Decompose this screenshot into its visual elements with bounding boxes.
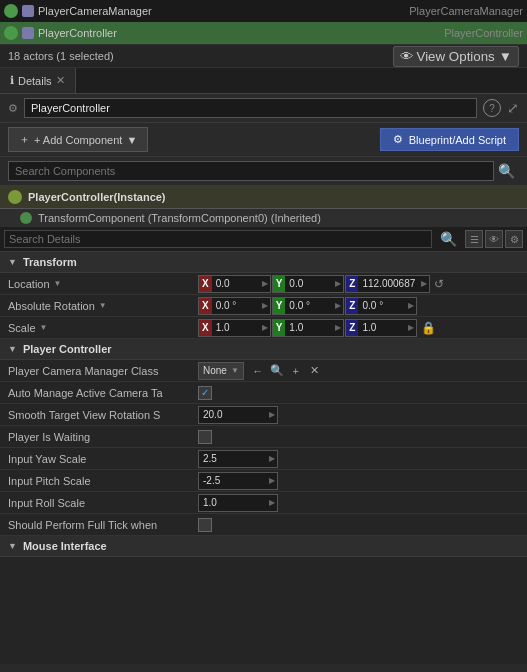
smooth-rotation-input[interactable]: 20.0 ▶ [198, 406, 278, 424]
eye-toggle-button[interactable]: 👁 [485, 230, 503, 248]
camera-manager-icon-buttons: ← 🔍 + ✕ [250, 363, 323, 379]
should-perform-full-tick-checkbox[interactable] [198, 518, 212, 532]
add-class-icon[interactable]: + [288, 363, 304, 379]
should-perform-full-tick-label: Should Perform Full Tick when [8, 519, 198, 531]
details-tab-bar: ℹ Details ✕ [0, 68, 527, 94]
search-components-icon[interactable]: 🔍 [494, 163, 519, 179]
plus-icon: ＋ [19, 132, 30, 147]
actor-row-selected[interactable]: PlayerController PlayerController [0, 22, 527, 44]
rotation-xyz: X 0.0 ° ▶ Y 0.0 ° ▶ Z 0.0 ° ▶ [198, 297, 417, 315]
camera-manager-dropdown[interactable]: None ▼ [198, 362, 244, 380]
scale-lock-icon[interactable]: 🔒 [421, 321, 436, 335]
player-controller-collapse-icon: ▼ [8, 344, 17, 354]
search-details-icon[interactable]: 🔍 [436, 231, 461, 247]
details-search-row: 🔍 ☰ 👁 ⚙ [0, 227, 527, 252]
actor-sub-icon-2 [22, 27, 34, 39]
input-yaw-scale-input[interactable]: 2.5 ▶ [198, 450, 278, 468]
clear-class-icon[interactable]: ✕ [307, 363, 323, 379]
input-roll-scale-input[interactable]: 1.0 ▶ [198, 494, 278, 512]
scale-z-val: 1.0 [358, 322, 406, 333]
back-arrow-icon[interactable]: ← [250, 363, 266, 379]
auto-manage-camera-value [198, 386, 527, 400]
expand-icon[interactable]: ⤢ [507, 100, 519, 116]
component-header[interactable]: PlayerController(Instance) [0, 186, 527, 209]
x-label: X [199, 276, 212, 292]
mouse-interface-section-title: Mouse Interface [23, 540, 107, 552]
transform-section-header[interactable]: ▼ Transform [0, 252, 527, 273]
should-perform-full-tick-value [198, 518, 527, 532]
rotation-y-input[interactable]: Y 0.0 ° ▶ [272, 297, 345, 315]
info-icon: ℹ [10, 74, 14, 87]
rotation-z-input[interactable]: Z 0.0 ° ▶ [345, 297, 417, 315]
search-class-icon[interactable]: 🔍 [269, 363, 285, 379]
search-components-row: 🔍 [0, 157, 527, 186]
rx-label: X [199, 298, 212, 314]
camera-manager-dropdown-val: None [203, 365, 227, 376]
absolute-rotation-row: Absolute Rotation ▼ X 0.0 ° ▶ Y 0.0 ° ▶ … [0, 295, 527, 317]
scale-label: Scale ▼ [8, 322, 198, 334]
help-icon[interactable]: ? [483, 99, 501, 117]
location-value: X 0.0 ▶ Y 0.0 ▶ Z 112.000687 ▶ ↺ [198, 275, 527, 293]
smooth-rotation-val: 20.0 [199, 409, 226, 420]
scale-x-val: 1.0 [212, 322, 260, 333]
scale-x-input[interactable]: X 1.0 ▶ [198, 319, 271, 337]
location-y-input[interactable]: Y 0.0 ▶ [272, 275, 345, 293]
search-components-input[interactable] [8, 161, 494, 181]
smooth-rotation-label: Smooth Target View Rotation S [8, 409, 198, 421]
location-reset-icon[interactable]: ↺ [434, 277, 444, 291]
player-is-waiting-checkbox[interactable] [198, 430, 212, 444]
location-row: Location ▼ X 0.0 ▶ Y 0.0 ▶ Z 112.000687 … [0, 273, 527, 295]
location-x-arrow: ▶ [260, 279, 270, 288]
add-component-button[interactable]: ＋ + Add Component ▼ [8, 127, 148, 152]
actor-name-input[interactable] [24, 98, 477, 118]
mouse-interface-section-header[interactable]: ▼ Mouse Interface [0, 536, 527, 557]
view-options-button[interactable]: 👁 View Options ▼ [393, 46, 520, 67]
input-yaw-scale-row: Input Yaw Scale 2.5 ▶ [0, 448, 527, 470]
input-roll-scale-val: 1.0 [199, 497, 221, 508]
auto-manage-camera-checkbox[interactable] [198, 386, 212, 400]
add-component-label: + Add Component [34, 134, 122, 146]
settings-view-button[interactable]: ⚙ [505, 230, 523, 248]
input-yaw-scale-value: 2.5 ▶ [198, 450, 527, 468]
input-pitch-scale-arrow: ▶ [267, 476, 277, 485]
actor-row[interactable]: PlayerCameraManager PlayerCameraManager [0, 0, 527, 22]
gear-icon: ⚙ [393, 133, 403, 146]
scale-y-input[interactable]: Y 1.0 ▶ [272, 319, 345, 337]
list-view-button[interactable]: ☰ [465, 230, 483, 248]
actor-type: PlayerCameraManager [409, 5, 523, 17]
location-x-val: 0.0 [212, 278, 260, 289]
location-y-val: 0.0 [285, 278, 333, 289]
rotation-z-val: 0.0 ° [358, 300, 406, 311]
transform-component-row[interactable]: TransformComponent (TransformComponent0)… [0, 209, 527, 227]
location-expand-arrow: ▼ [54, 279, 62, 288]
mouse-interface-collapse-icon: ▼ [8, 541, 17, 551]
rotation-y-arrow: ▶ [333, 301, 343, 310]
location-label: Location ▼ [8, 278, 198, 290]
scale-y-arrow: ▶ [333, 323, 343, 332]
details-tab-label: Details [18, 75, 52, 87]
scale-value: X 1.0 ▶ Y 1.0 ▶ Z 1.0 ▶ 🔒 [198, 319, 527, 337]
camera-manager-class-label: Player Camera Manager Class [8, 365, 198, 377]
location-x-input[interactable]: X 0.0 ▶ [198, 275, 271, 293]
location-y-arrow: ▶ [333, 279, 343, 288]
close-tab-button[interactable]: ✕ [56, 74, 65, 87]
scale-z-input[interactable]: Z 1.0 ▶ [345, 319, 417, 337]
player-controller-section-header[interactable]: ▼ Player Controller [0, 339, 527, 360]
add-component-dropdown-arrow: ▼ [126, 134, 137, 146]
actor-type-2: PlayerController [444, 27, 523, 39]
z-label: Z [346, 276, 358, 292]
input-pitch-scale-label: Input Pitch Scale [8, 475, 198, 487]
search-details-input[interactable] [4, 230, 432, 248]
input-roll-scale-value: 1.0 ▶ [198, 494, 527, 512]
details-tab[interactable]: ℹ Details ✕ [0, 68, 76, 93]
blueprint-button[interactable]: ⚙ Blueprint/Add Script [380, 128, 519, 151]
component-icon [8, 190, 22, 204]
player-is-waiting-label: Player Is Waiting [8, 431, 198, 443]
rotation-x-input[interactable]: X 0.0 ° ▶ [198, 297, 271, 315]
location-z-input[interactable]: Z 112.000687 ▶ [345, 275, 430, 293]
rotation-x-val: 0.0 ° [212, 300, 260, 311]
input-roll-scale-row: Input Roll Scale 1.0 ▶ [0, 492, 527, 514]
input-pitch-scale-input[interactable]: -2.5 ▶ [198, 472, 278, 490]
scale-row: Scale ▼ X 1.0 ▶ Y 1.0 ▶ Z 1.0 ▶ [0, 317, 527, 339]
blueprint-label: Blueprint/Add Script [409, 134, 506, 146]
